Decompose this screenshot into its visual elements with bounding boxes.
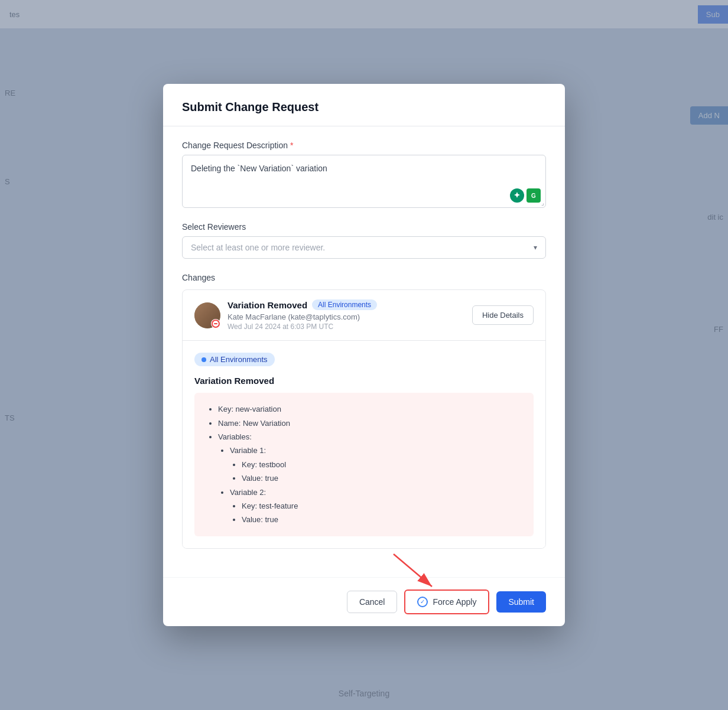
- description-label: Change Request Description *: [182, 141, 546, 150]
- resize-handle: ⌟: [541, 200, 544, 206]
- description-section: Change Request Description * Deleting th…: [182, 141, 546, 208]
- modal-dialog: Submit Change Request Change Request Des…: [163, 84, 565, 626]
- variation-removed-title: Variation Removed: [194, 376, 534, 386]
- diff-item-var2: Variable 2: Key: test-feature Value: tru…: [230, 486, 522, 527]
- force-apply-icon: [417, 597, 428, 607]
- diff-item-name: Name: New Variation: [218, 416, 522, 430]
- required-indicator: *: [290, 141, 293, 150]
- modal-title: Submit Change Request: [182, 100, 546, 114]
- description-textarea[interactable]: Deleting the `New Variation` variation G…: [182, 155, 546, 208]
- diff-item-key: Key: new-variation: [218, 402, 522, 416]
- changes-section: Changes: [182, 273, 546, 549]
- change-details: All Environments Variation Removed Key: …: [183, 341, 545, 548]
- cancel-button[interactable]: Cancel: [347, 591, 398, 613]
- reviewers-section: Select Reviewers Select at least one or …: [182, 222, 546, 259]
- diff-item-var1: Variable 1: Key: testbool Value: true: [230, 444, 522, 485]
- change-header: Variation Removed All Environments Kate …: [183, 290, 545, 341]
- modal-footer: Cancel Force Apply Submit: [163, 577, 565, 626]
- env-dot: [202, 357, 206, 362]
- env-tag-label: All Environments: [210, 355, 268, 364]
- change-date: Wed Jul 24 2024 at 6:03 PM UTC: [228, 323, 377, 331]
- diff-item-var1-value: Value: true: [242, 471, 522, 485]
- change-title-row: Variation Removed All Environments: [228, 299, 377, 310]
- avatar-badge: [211, 319, 220, 328]
- avatar-wrapper: [194, 302, 220, 328]
- submit-button[interactable]: Submit: [496, 591, 546, 613]
- diff-item-var2-key: Key: test-feature: [242, 499, 522, 513]
- hide-details-button[interactable]: Hide Details: [472, 305, 534, 325]
- change-card: Variation Removed All Environments Kate …: [182, 289, 546, 549]
- diff-item-var1-key: Key: testbool: [242, 458, 522, 471]
- env-badge: All Environments: [312, 299, 377, 310]
- change-title: Variation Removed: [228, 300, 307, 310]
- change-info: Variation Removed All Environments Kate …: [228, 299, 377, 331]
- modal-header: Submit Change Request: [163, 84, 565, 126]
- modal-body: Change Request Description * Deleting th…: [163, 126, 565, 577]
- force-apply-button[interactable]: Force Apply: [404, 590, 489, 614]
- force-apply-label: Force Apply: [433, 597, 476, 607]
- diff-item-variables: Variables: Variable 1: Key: testbool Val…: [218, 430, 522, 527]
- minus-circle-icon: [212, 320, 220, 328]
- chevron-down-icon: ▾: [534, 243, 537, 252]
- textarea-icons: G: [510, 188, 541, 203]
- diff-box: Key: new-variation Name: New Variation V…: [194, 393, 534, 536]
- reviewers-label: Select Reviewers: [182, 222, 546, 232]
- diff-item-var2-value: Value: true: [242, 513, 522, 526]
- change-author: Kate MacFarlane (kate@taplytics.com): [228, 312, 377, 321]
- grammarly-icon: G: [526, 188, 541, 203]
- reviewers-select[interactable]: Select at least one or more reviewer. ▾: [182, 236, 546, 259]
- reviewers-placeholder: Select at least one or more reviewer.: [191, 243, 325, 252]
- diff-list: Key: new-variation Name: New Variation V…: [206, 402, 522, 527]
- change-header-left: Variation Removed All Environments Kate …: [194, 299, 377, 331]
- ai-icon: [510, 188, 524, 203]
- env-tag: All Environments: [194, 353, 275, 366]
- modal-overlay: Submit Change Request Change Request Des…: [0, 0, 728, 710]
- description-value: Deleting the `New Variation` variation: [191, 162, 537, 175]
- changes-label: Changes: [182, 273, 546, 282]
